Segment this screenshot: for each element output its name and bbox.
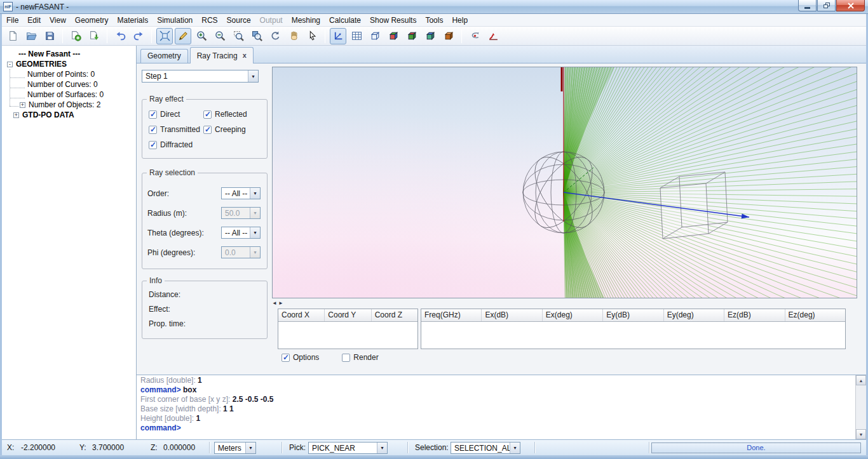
rotate-view-button[interactable] — [267, 28, 283, 44]
phi-select: 0.0 ▾ — [221, 246, 261, 258]
checkbox-direct[interactable]: Direct — [149, 110, 203, 119]
select-button[interactable] — [304, 28, 320, 44]
view-corner-button[interactable] — [330, 28, 346, 44]
checkbox-icon[interactable] — [281, 354, 290, 362]
menu-output: Output — [255, 15, 287, 26]
column-header: Ey(dB) — [603, 309, 663, 321]
menu-simulation[interactable]: Simulation — [153, 15, 197, 26]
checkbox-icon[interactable] — [203, 126, 212, 134]
menu-materials[interactable]: Materials — [113, 15, 153, 26]
hand-icon — [288, 30, 299, 41]
redo-button[interactable] — [130, 28, 147, 44]
checkbox-icon[interactable] — [342, 354, 350, 362]
checkbox-render[interactable]: Render — [342, 353, 378, 362]
hidden-line-view-button[interactable] — [422, 28, 438, 44]
open-button[interactable] — [23, 28, 39, 44]
coord-x-label: X: — [7, 440, 14, 455]
scroll-down-icon[interactable]: ▼ — [856, 429, 866, 439]
undo-button[interactable] — [112, 28, 128, 44]
textured-cube-icon — [444, 30, 454, 41]
scroll-up-icon[interactable]: ▲ — [856, 375, 866, 385]
menu-geometry[interactable]: Geometry — [71, 15, 113, 26]
coords-table[interactable]: Coord X Coord Y Coord Z — [278, 309, 418, 349]
command-console[interactable]: Radius [double]: 1 command> box First co… — [137, 375, 866, 439]
checkbox-transmitted[interactable]: Transmitted — [149, 125, 203, 134]
theta-select[interactable]: -- All -- ▾ — [221, 227, 261, 239]
console-input-prompt[interactable]: command> — [140, 423, 183, 432]
title-bar[interactable]: niF - newFASANT - — [0, 0, 868, 14]
minimize-button[interactable] — [798, 0, 817, 11]
checkbox-creeping[interactable]: Creeping — [203, 125, 261, 134]
rotate-object-button[interactable] — [466, 28, 483, 44]
hidden-line-cube-icon — [425, 30, 436, 41]
shaded-view-button[interactable] — [385, 28, 402, 44]
menu-help[interactable]: Help — [447, 15, 472, 26]
zoom-fit-icon — [159, 30, 170, 41]
zoom-out-button[interactable] — [212, 28, 228, 44]
checkbox-options[interactable]: Options — [281, 353, 319, 362]
tree-root[interactable]: --- New Fasant --- — [2, 49, 136, 59]
checkbox-icon[interactable] — [149, 126, 157, 134]
scroll-left-icon[interactable]: ◄ — [272, 300, 278, 306]
rotate-axis-button[interactable] — [485, 28, 501, 44]
menu-calculate[interactable]: Calculate — [325, 15, 365, 26]
menu-show-results[interactable]: Show Results — [365, 15, 421, 26]
tree-node-geometries[interactable]: - GEOMETRIES — [2, 59, 136, 69]
field-table[interactable]: Freq(GHz) Ex(dB) Ex(deg) Ey(dB) Ey(deg) … — [421, 309, 846, 349]
menu-meshing[interactable]: Meshing — [287, 15, 325, 26]
checkbox-icon[interactable] — [149, 110, 157, 119]
pick-tool-button[interactable] — [175, 28, 191, 44]
import-icon — [71, 30, 81, 41]
menu-file[interactable]: File — [2, 15, 23, 26]
tab-geometry[interactable]: Geometry — [140, 49, 188, 63]
zoom-in-button[interactable] — [193, 28, 210, 44]
export-button[interactable] — [86, 28, 102, 44]
textured-view-button[interactable] — [440, 28, 457, 44]
selection-select[interactable]: SELECTION_ALL ▾ — [451, 442, 520, 454]
checkbox-icon[interactable] — [203, 110, 212, 119]
wireframe-view-button[interactable] — [367, 28, 383, 44]
close-tab-icon[interactable]: x — [243, 52, 247, 59]
expand-icon[interactable]: + — [20, 102, 25, 108]
checkbox-reflected[interactable]: Reflected — [203, 110, 261, 119]
zoom-selection-button[interactable] — [248, 28, 265, 44]
close-button[interactable] — [836, 0, 865, 11]
viewport-3d[interactable] — [272, 67, 857, 298]
checkbox-icon[interactable] — [149, 141, 157, 149]
console-scrollbar[interactable]: ▲ ▼ — [855, 375, 866, 439]
pick-select[interactable]: PICK_NEAR ▾ — [308, 442, 388, 454]
scroll-right-icon[interactable]: ► — [278, 300, 285, 306]
menu-view[interactable]: View — [45, 15, 71, 26]
menu-rcs[interactable]: RCS — [197, 15, 222, 26]
pick-label: Pick: — [289, 440, 306, 455]
menu-edit[interactable]: Edit — [23, 15, 45, 26]
menu-source[interactable]: Source — [222, 15, 255, 26]
expand-icon[interactable]: + — [13, 112, 19, 118]
restore-button[interactable] — [817, 0, 836, 11]
checkbox-diffracted[interactable]: Diffracted — [149, 140, 203, 149]
viewport-scroll-arrows[interactable]: ◄► — [272, 300, 285, 306]
menu-tools[interactable]: Tools — [421, 15, 447, 26]
save-button[interactable] — [41, 28, 58, 44]
tab-ray-tracing[interactable]: Ray Tracing x — [190, 47, 254, 63]
order-select[interactable]: -- All -- ▾ — [221, 187, 261, 199]
grid-button[interactable] — [348, 28, 365, 44]
import-button[interactable] — [67, 28, 84, 44]
new-file-button[interactable] — [4, 28, 21, 44]
tree-guide — [10, 106, 18, 107]
tree-node-gtdpo[interactable]: + GTD-PO DATA — [2, 110, 136, 120]
zoom-window-button[interactable] — [230, 28, 247, 44]
zoom-fit-button[interactable] — [156, 28, 173, 44]
tree-node-objects[interactable]: + Number of Objects: 2 — [2, 100, 136, 110]
console-prompt: First corner of base [x y z]: — [140, 395, 233, 404]
chevron-down-icon: ▾ — [250, 208, 260, 218]
project-tree[interactable]: --- New Fasant --- - GEOMETRIES Number o… — [2, 46, 137, 439]
pan-button[interactable] — [285, 28, 302, 44]
column-header: Coord X — [278, 309, 325, 321]
solid-view-button[interactable] — [403, 28, 420, 44]
units-select[interactable]: Meters ▾ — [214, 442, 256, 454]
view-corner-icon — [333, 30, 344, 41]
step-select[interactable]: Step 1 ▾ — [142, 70, 259, 83]
export-icon — [89, 30, 100, 41]
collapse-icon[interactable]: - — [7, 62, 13, 67]
